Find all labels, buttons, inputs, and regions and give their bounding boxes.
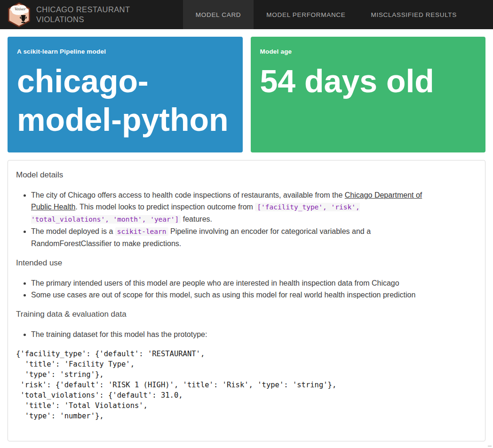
list-item: The primary intended users of this model… (31, 277, 430, 289)
vetiver-logo-icon: Vetiver (8, 2, 31, 27)
value-box-label: Model age (260, 48, 477, 55)
model-name-value: chicago-model-python (17, 62, 233, 139)
brand: Vetiver CHICAGO RESTAURANT VIOLATIONS (0, 0, 130, 29)
model-details-list: The city of Chicago offers access to hea… (16, 189, 430, 249)
value-box-model-name: A scikit-learn Pipeline model chicago-mo… (8, 37, 243, 152)
app-title: CHICAGO RESTAURANT VIOLATIONS (36, 5, 130, 24)
value-box-row: A scikit-learn Pipeline model chicago-mo… (8, 37, 485, 152)
tab-misclassified-results[interactable]: MISCLASSIFIED RESULTS (358, 0, 470, 29)
value-box-model-age: Model age 54 days old (251, 37, 486, 152)
nav-tabs: MODEL CARD MODEL PERFORMANCE MISCLASSIFI… (183, 0, 493, 29)
intended-use-heading: Intended use (16, 258, 477, 268)
svg-text:Vetiver: Vetiver (15, 7, 26, 11)
list-item: Some use cases are out of scope for this… (31, 289, 430, 301)
tab-model-card[interactable]: MODEL CARD (183, 0, 254, 29)
list-item: The city of Chicago offers access to hea… (31, 189, 430, 225)
main-content: A scikit-learn Pipeline model chicago-mo… (0, 29, 493, 448)
sklearn-code: scikit-learn (115, 227, 168, 236)
model-details-heading: Model details (16, 170, 477, 180)
prototype-code-block: {'facility_type': {'default': 'RESTAURAN… (16, 349, 477, 421)
intended-use-list: The primary intended users of this model… (16, 277, 430, 301)
training-data-list: The training dataset for this model has … (16, 328, 430, 340)
tab-model-performance[interactable]: MODEL PERFORMANCE (254, 0, 358, 29)
navbar: Vetiver CHICAGO RESTAURANT VIOLATIONS MO… (0, 0, 493, 29)
list-item: The model deployed is a scikit-learn Pip… (31, 225, 430, 249)
value-box-label: A scikit-learn Pipeline model (17, 48, 233, 55)
list-item: The training dataset for this model has … (31, 328, 430, 340)
training-data-heading: Training data & evaluation data (16, 309, 477, 319)
model-card-panel: Model details The city of Chicago offers… (8, 160, 485, 441)
model-age-value: 54 days old (260, 62, 477, 100)
resize-handle-icon[interactable] (488, 443, 492, 447)
